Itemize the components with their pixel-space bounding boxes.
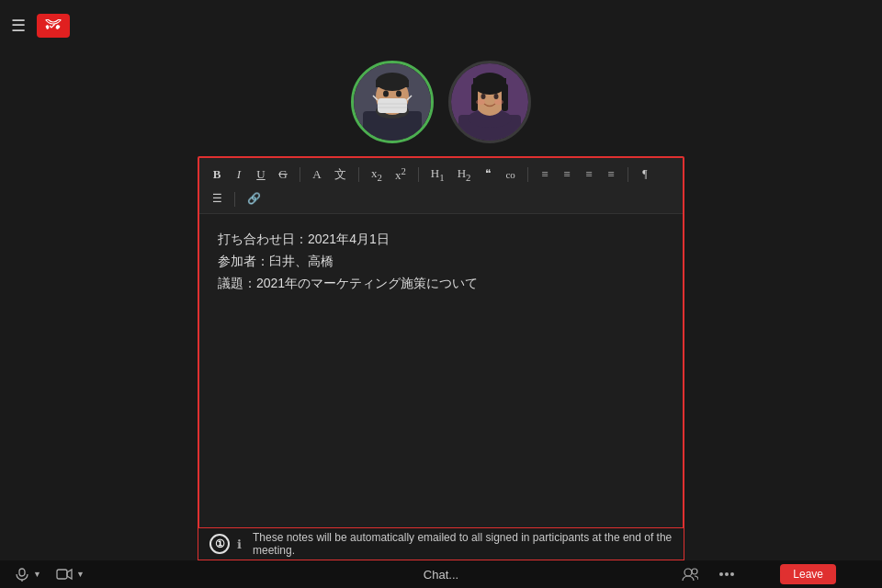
- top-bar: ☰: [0, 0, 882, 51]
- bold-button[interactable]: B: [209, 165, 225, 184]
- audio-chevron[interactable]: ▼: [33, 570, 41, 579]
- code-button[interactable]: co: [502, 167, 518, 182]
- svg-point-37: [719, 572, 723, 576]
- avatar-participant-1[interactable]: [351, 61, 434, 143]
- toolbar-sep-1: [300, 167, 300, 182]
- h1-button[interactable]: H1: [427, 164, 448, 185]
- svg-point-39: [730, 572, 734, 576]
- toolbar-sep-4: [527, 167, 528, 182]
- subscript-button[interactable]: x2: [368, 164, 386, 185]
- svg-point-36: [692, 569, 697, 574]
- svg-point-38: [725, 572, 729, 576]
- svg-rect-15: [378, 98, 407, 113]
- note-line-2: 参加者：臼井、高橋: [218, 251, 664, 273]
- avatar-participant-2[interactable]: [448, 61, 531, 143]
- strikethrough-button[interactable]: G: [275, 165, 291, 184]
- font-color-button[interactable]: A: [309, 165, 325, 184]
- note-line-3: 議題：2021年のマーケティング施策について: [218, 273, 664, 295]
- svg-point-31: [494, 99, 503, 105]
- avatar-area: [351, 51, 531, 153]
- video-chevron[interactable]: ▼: [76, 570, 85, 579]
- participants-button[interactable]: [682, 568, 698, 581]
- paragraph-button[interactable]: ¶: [637, 165, 653, 183]
- svg-point-14: [396, 91, 401, 97]
- chat-tab[interactable]: Chat...: [424, 568, 458, 582]
- audio-button[interactable]: ▼: [15, 567, 41, 582]
- h2-button[interactable]: H2: [454, 164, 475, 185]
- ul-button[interactable]: ≡: [537, 165, 553, 184]
- end-call-button[interactable]: [37, 14, 70, 38]
- svg-point-29: [494, 94, 499, 99]
- toolbar-sep-6: [234, 192, 235, 207]
- bottom-bar: ▼ ▼ Chat... Leave: [0, 560, 882, 588]
- notice-text: These notes will be automatically emaile…: [253, 531, 673, 557]
- svg-point-35: [684, 569, 692, 576]
- svg-rect-32: [19, 569, 25, 576]
- toolbar-sep-5: [628, 167, 628, 182]
- svg-point-30: [476, 99, 485, 105]
- bottom-notice: ① ℹ These notes will be automatically em…: [198, 527, 684, 560]
- toolbar-sep-3: [418, 167, 419, 182]
- svg-point-28: [481, 94, 486, 99]
- quote-button[interactable]: ❝: [480, 165, 496, 183]
- ol-button[interactable]: ≡: [559, 165, 575, 184]
- notes-editor: B I U G A 文 x2 x2 H1 H2 ❝ co ≡ ≡ ≡ ≡ ¶ ☰…: [198, 156, 684, 560]
- editor-content[interactable]: 打ち合わせ日：2021年4月1日 参加者：臼井、高橋 議題：2021年のマーケテ…: [199, 214, 683, 559]
- toolbar-sep-2: [358, 167, 359, 182]
- superscript-button[interactable]: x2: [391, 164, 410, 185]
- underline-button[interactable]: U: [253, 165, 269, 184]
- leave-button[interactable]: Leave: [780, 564, 836, 584]
- avatar-1-image: [354, 63, 431, 141]
- align-button[interactable]: ☰: [209, 190, 226, 208]
- more-button[interactable]: [718, 572, 735, 576]
- svg-rect-12: [376, 80, 409, 87]
- notice-badge: ①: [209, 534, 230, 554]
- indent-button[interactable]: ≡: [581, 165, 597, 184]
- notice-info-icon: ℹ: [237, 537, 242, 551]
- avatar-2-image: [451, 63, 528, 141]
- link-button[interactable]: 🔗: [243, 190, 265, 208]
- italic-button[interactable]: I: [231, 165, 247, 184]
- svg-point-13: [383, 91, 389, 97]
- hamburger-icon[interactable]: ☰: [11, 16, 26, 36]
- video-button[interactable]: ▼: [56, 568, 85, 581]
- svg-rect-27: [473, 78, 506, 89]
- font-text-button[interactable]: 文: [331, 164, 350, 185]
- svg-rect-34: [57, 570, 67, 579]
- editor-toolbar: B I U G A 文 x2 x2 H1 H2 ❝ co ≡ ≡ ≡ ≡ ¶ ☰…: [199, 158, 683, 214]
- end-call-icon: [45, 18, 62, 33]
- note-line-1: 打ち合わせ日：2021年4月1日: [218, 229, 664, 251]
- outdent-button[interactable]: ≡: [603, 165, 619, 184]
